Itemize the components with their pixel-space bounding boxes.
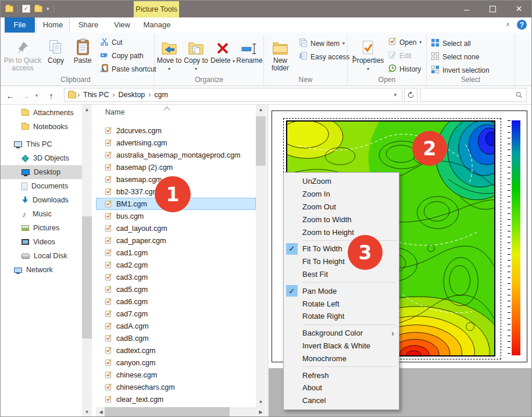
tab-view[interactable]: View <box>107 17 137 33</box>
file-row[interactable]: australia_basemap_montageprod.cgm <box>96 149 256 161</box>
properties-check-icon[interactable]: ✓ <box>22 5 30 13</box>
file-row[interactable]: cad3.cgm <box>96 271 256 283</box>
file-row[interactable]: canyon.cgm <box>96 357 256 369</box>
scrollbar-thumb[interactable] <box>256 116 266 166</box>
menu-item[interactable]: Rotate Left <box>284 297 399 310</box>
breadcrumb-cgm[interactable]: cgm <box>152 91 170 99</box>
new-folder-qat-icon[interactable] <box>34 6 42 12</box>
sidebar-item[interactable]: Notebooks <box>0 120 82 134</box>
sidebar-scrollbar[interactable]: ▲ ▼ <box>82 105 92 417</box>
address-box[interactable]: › This PC › Desktop › cgm ▾ <box>64 88 402 102</box>
copy-button[interactable]: Copy <box>43 35 69 80</box>
search-box[interactable] <box>420 88 527 102</box>
file-list-hscrollbar[interactable]: ◀ ▶ <box>96 407 266 417</box>
new-item-button[interactable]: New item ▾ <box>299 37 345 49</box>
file-row[interactable]: 2dcurves.cgm <box>96 124 256 137</box>
select-none-button[interactable]: Select none <box>431 51 479 63</box>
sidebar-item[interactable]: Music <box>0 207 82 221</box>
paste-shortcut-button[interactable]: Paste shortcut <box>100 63 156 75</box>
pin-to-quick-access-button[interactable]: Pin to Quick access <box>3 35 42 80</box>
sidebar-item[interactable]: Attachments <box>0 106 82 120</box>
file-row[interactable]: cad7.cgm <box>96 308 256 320</box>
easy-access-button[interactable]: Easy access ▾ <box>299 51 355 63</box>
menu-item[interactable]: Zoom to Width <box>284 213 399 226</box>
scroll-down-icon[interactable]: ▼ <box>256 397 266 407</box>
file-row[interactable]: chinese.cgm <box>96 369 256 381</box>
sidebar-item[interactable]: Downloads <box>0 193 82 207</box>
file-row[interactable]: cad_paper.cgm <box>96 234 256 247</box>
file-row[interactable]: advertising.cgm <box>96 137 256 149</box>
menu-item[interactable]: Background Color › <box>284 327 399 340</box>
menu-item[interactable]: About <box>284 382 399 394</box>
menu-item[interactable]: Refresh <box>284 369 399 382</box>
refresh-button[interactable] <box>404 88 417 102</box>
open-button[interactable]: Open ▾ <box>388 36 422 48</box>
edit-button[interactable]: Edit <box>388 49 412 62</box>
move-to-button[interactable]: Move to ▾ <box>156 35 182 80</box>
properties-button[interactable]: Properties ▾ <box>350 35 386 80</box>
scroll-up-icon[interactable]: ▲ <box>256 105 266 115</box>
search-input[interactable] <box>421 88 516 101</box>
menu-item[interactable]: Zoom to Height <box>284 226 399 238</box>
invert-selection-button[interactable]: Invert selection <box>431 64 490 76</box>
sidebar-item[interactable]: Network <box>0 263 82 277</box>
scroll-down-icon[interactable]: ▼ <box>82 407 92 417</box>
address-dropdown-icon[interactable]: ▾ <box>388 92 402 98</box>
history-button[interactable]: History <box>388 63 421 75</box>
minimize-button[interactable]: – <box>454 0 480 17</box>
menu-item[interactable]: ✓ Pan Mode <box>284 284 399 297</box>
file-row[interactable]: cad6.cgm <box>96 295 256 308</box>
sidebar-item[interactable]: Desktop <box>0 165 82 179</box>
sidebar-item[interactable]: This PC <box>0 137 82 151</box>
sidebar-item[interactable]: Pictures <box>0 221 82 235</box>
back-button[interactable]: ← <box>3 88 17 102</box>
file-list-vscrollbar[interactable]: ▲ ▼ <box>256 105 266 407</box>
explorer-folder-icon[interactable] <box>5 6 13 12</box>
rename-button[interactable]: Rename <box>235 35 264 80</box>
breadcrumb-desktop[interactable]: Desktop <box>116 91 147 99</box>
up-button[interactable]: ↑ <box>44 88 58 102</box>
scroll-right-icon[interactable]: ▶ <box>256 407 266 417</box>
tab-manage[interactable]: Manage <box>138 17 176 33</box>
close-button[interactable]: × <box>506 0 532 17</box>
file-row[interactable]: basemap (2).cgm <box>96 161 256 173</box>
help-icon[interactable]: ? <box>517 20 527 30</box>
sidebar-item[interactable]: Local Disk <box>0 249 82 263</box>
select-all-button[interactable]: Select all <box>431 37 471 49</box>
delete-button[interactable]: Delete ▾ <box>210 35 235 80</box>
breadcrumb-this-pc[interactable]: This PC <box>81 91 111 99</box>
scroll-up-icon[interactable]: ▲ <box>82 105 92 115</box>
file-row[interactable]: cad_layout.cgm <box>96 222 256 234</box>
collapse-ribbon-icon[interactable]: ∧ <box>506 21 510 27</box>
tab-file[interactable]: File <box>5 17 35 33</box>
scrollbar-thumb[interactable] <box>82 216 92 338</box>
paste-button[interactable]: Paste <box>69 35 96 80</box>
menu-item[interactable]: UnZoom <box>284 175 399 188</box>
sidebar-item[interactable]: Videos <box>0 235 82 249</box>
copy-path-button[interactable]: Copy path <box>100 49 144 62</box>
new-folder-button[interactable]: New folder <box>266 35 294 80</box>
maximize-button[interactable] <box>480 0 506 17</box>
recent-locations-dropdown-icon[interactable]: ▾ <box>33 88 41 102</box>
tab-home[interactable]: Home <box>36 17 70 33</box>
file-row[interactable]: cad1.cgm <box>96 247 256 259</box>
file-row[interactable]: clear_text.cgm <box>96 393 256 405</box>
qat-dropdown-icon[interactable]: ▾ <box>47 6 49 12</box>
file-row[interactable]: cadB.cgm <box>96 332 256 344</box>
menu-item[interactable]: Invert Black & White <box>284 340 399 352</box>
sidebar-item[interactable]: Documents <box>0 179 82 193</box>
menu-item[interactable]: Best Fit <box>284 268 399 281</box>
file-row[interactable]: cad2.cgm <box>96 259 256 271</box>
column-header-name[interactable]: Name <box>96 105 256 120</box>
file-row[interactable]: cadA.cgm <box>96 320 256 332</box>
menu-item[interactable]: Zoom Out <box>284 201 399 213</box>
menu-item[interactable]: Zoom In <box>284 188 399 201</box>
file-row[interactable]: cadtext.cgm <box>96 344 256 357</box>
copy-to-button[interactable]: Copy to ▾ <box>183 35 209 80</box>
sidebar-item[interactable]: 3D Objects <box>0 151 82 165</box>
file-row[interactable]: chinesechars.cgm <box>96 381 256 393</box>
cut-button[interactable]: Cut <box>100 36 123 48</box>
menu-item[interactable]: Rotate Right <box>284 310 399 323</box>
scrollbar-thumb[interactable] <box>105 407 230 417</box>
file-row[interactable]: cad5.cgm <box>96 283 256 295</box>
